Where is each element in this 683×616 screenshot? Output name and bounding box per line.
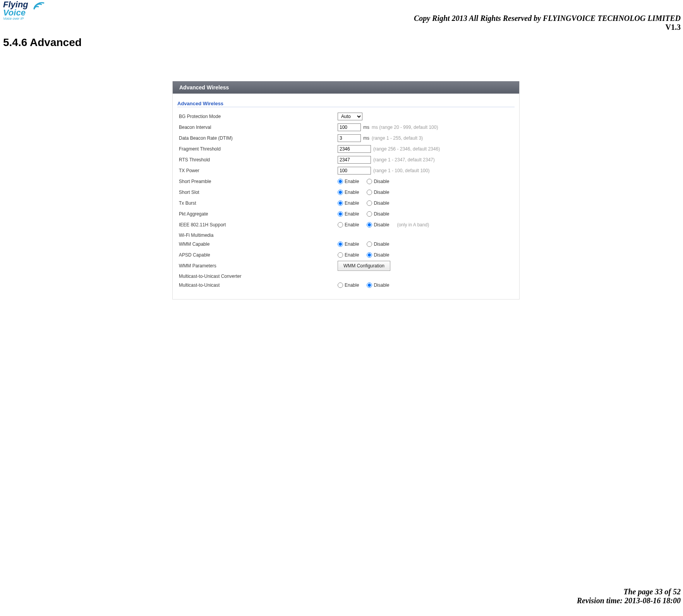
tx-burst-disable-radio[interactable] bbox=[367, 200, 372, 206]
panel-subtitle: Advanced Wireless bbox=[177, 101, 515, 107]
multicast-disable-label: Disable bbox=[374, 282, 389, 288]
multicast-disable-radio[interactable] bbox=[367, 282, 372, 288]
multicast-enable-radio[interactable] bbox=[338, 282, 343, 288]
row-bg-protection: BG Protection Mode Auto bbox=[177, 111, 515, 122]
row-fragment: Fragment Threshold (range 256 - 2346, de… bbox=[177, 144, 515, 154]
row-tx-burst: Tx Burst Enable Disable bbox=[177, 198, 515, 209]
page-footer: The page 33 of 52 Revision time: 2013-08… bbox=[577, 587, 681, 605]
short-slot-disable-radio[interactable] bbox=[367, 190, 372, 195]
fragment-input[interactable] bbox=[338, 145, 371, 153]
short-slot-disable-label: Disable bbox=[374, 190, 389, 195]
bg-protection-select[interactable]: Auto bbox=[338, 113, 362, 120]
label-short-slot: Short Slot bbox=[177, 190, 338, 195]
label-ieee80211h: IEEE 802.11H Support bbox=[177, 222, 338, 228]
row-apsd-capable: APSD Capable Enable Disable bbox=[177, 250, 515, 260]
apsd-capable-enable-label: Enable bbox=[345, 252, 359, 258]
label-beacon-interval: Beacon Interval bbox=[177, 125, 338, 130]
pkt-aggregate-disable-label: Disable bbox=[374, 211, 389, 217]
multicast-enable-label: Enable bbox=[345, 282, 359, 288]
short-preamble-disable-radio[interactable] bbox=[367, 179, 372, 184]
dtim-input[interactable] bbox=[338, 134, 361, 142]
tx-burst-disable-label: Disable bbox=[374, 200, 389, 206]
short-preamble-disable-label: Disable bbox=[374, 179, 389, 184]
row-wmm-capable: WMM Capable Enable Disable bbox=[177, 239, 515, 250]
txpower-hint: (range 1 - 100, default 100) bbox=[373, 168, 429, 173]
wmm-capable-enable-radio[interactable] bbox=[338, 241, 343, 247]
short-slot-enable-radio[interactable] bbox=[338, 190, 343, 195]
multicast-heading: Multicast-to-Unicast Converter bbox=[177, 271, 515, 280]
tx-burst-enable-radio[interactable] bbox=[338, 200, 343, 206]
label-fragment: Fragment Threshold bbox=[177, 146, 338, 152]
form-body: BG Protection Mode Auto Beacon Interval … bbox=[173, 109, 519, 299]
short-preamble-enable-radio[interactable] bbox=[338, 179, 343, 184]
section-heading: 5.4.6 Advanced bbox=[3, 36, 82, 49]
wifi-icon bbox=[33, 1, 45, 12]
label-wmm-parameters: WMM Parameters bbox=[177, 263, 338, 269]
wmm-capable-disable-label: Disable bbox=[374, 241, 389, 247]
row-ieee80211h: IEEE 802.11H Support Enable Disable (onl… bbox=[177, 219, 515, 230]
label-pkt-aggregate: Pkt Aggregate bbox=[177, 211, 338, 217]
label-apsd-capable: APSD Capable bbox=[177, 252, 338, 258]
label-multicast: Multicast-to-Unicast bbox=[177, 282, 338, 288]
rts-input[interactable] bbox=[338, 156, 371, 164]
label-bg-protection: BG Protection Mode bbox=[177, 114, 338, 119]
wmm-capable-disable-radio[interactable] bbox=[367, 241, 372, 247]
footer-revision: Revision time: 2013-08-16 18:00 bbox=[577, 596, 681, 605]
ieee80211h-enable-label: Enable bbox=[345, 222, 359, 228]
row-beacon-interval: Beacon Interval ms ms (range 20 - 999, d… bbox=[177, 122, 515, 133]
wmm-configuration-button[interactable]: WMM Configuration bbox=[338, 261, 390, 271]
page-header-right: Copy Right 2013 All Rights Reserved by F… bbox=[414, 14, 681, 32]
panel-titlebar: Advanced Wireless bbox=[173, 81, 519, 94]
ieee80211h-disable-radio[interactable] bbox=[367, 222, 372, 228]
row-wmm-parameters: WMM Parameters WMM Configuration bbox=[177, 260, 515, 271]
label-tx-burst: Tx Burst bbox=[177, 200, 338, 206]
row-rts: RTS Threshold (range 1 - 2347, default 2… bbox=[177, 154, 515, 165]
label-rts: RTS Threshold bbox=[177, 157, 338, 163]
label-txpower: TX Power bbox=[177, 168, 338, 173]
row-pkt-aggregate: Pkt Aggregate Enable Disable bbox=[177, 209, 515, 219]
short-slot-enable-label: Enable bbox=[345, 190, 359, 195]
pkt-aggregate-disable-radio[interactable] bbox=[367, 211, 372, 217]
wmm-capable-enable-label: Enable bbox=[345, 241, 359, 247]
pkt-aggregate-enable-radio[interactable] bbox=[338, 211, 343, 217]
row-txpower: TX Power (range 1 - 100, default 100) bbox=[177, 165, 515, 176]
short-preamble-enable-label: Enable bbox=[345, 179, 359, 184]
dtim-unit: ms bbox=[363, 135, 369, 141]
row-short-preamble: Short Preamble Enable Disable bbox=[177, 176, 515, 187]
ieee80211h-hint: (only in A band) bbox=[397, 222, 429, 228]
beacon-unit: ms bbox=[363, 125, 369, 130]
footer-page: The page 33 of 52 bbox=[577, 587, 681, 596]
label-short-preamble: Short Preamble bbox=[177, 179, 338, 184]
wifi-multimedia-heading: Wi-Fi Multimedia bbox=[177, 230, 515, 239]
ieee80211h-enable-radio[interactable] bbox=[338, 222, 343, 228]
label-wmm-capable: WMM Capable bbox=[177, 241, 338, 247]
row-multicast: Multicast-to-Unicast Enable Disable bbox=[177, 280, 515, 291]
apsd-capable-disable-label: Disable bbox=[374, 252, 389, 258]
apsd-capable-disable-radio[interactable] bbox=[367, 252, 372, 258]
apsd-capable-enable-radio[interactable] bbox=[338, 252, 343, 258]
rts-hint: (range 1 - 2347, default 2347) bbox=[373, 157, 435, 163]
logo: Flying Voice Voice over IP bbox=[3, 1, 46, 25]
row-dtim: Data Beacon Rate (DTIM) ms (range 1 - 25… bbox=[177, 133, 515, 144]
copyright-text: Copy Right 2013 All Rights Reserved by F… bbox=[414, 14, 681, 23]
row-short-slot: Short Slot Enable Disable bbox=[177, 187, 515, 198]
txpower-input[interactable] bbox=[338, 167, 371, 175]
pkt-aggregate-enable-label: Enable bbox=[345, 211, 359, 217]
label-dtim: Data Beacon Rate (DTIM) bbox=[177, 135, 338, 141]
version-text: V1.3 bbox=[414, 23, 681, 32]
dtim-hint: (range 1 - 255, default 3) bbox=[372, 135, 423, 141]
beacon-hint: ms (range 20 - 999, default 100) bbox=[372, 125, 438, 130]
fragment-hint: (range 256 - 2346, default 2346) bbox=[373, 146, 440, 152]
ieee80211h-disable-label: Disable bbox=[374, 222, 389, 228]
advanced-wireless-panel: Advanced Wireless Advanced Wireless BG P… bbox=[172, 81, 520, 299]
beacon-interval-input[interactable] bbox=[338, 123, 361, 131]
tx-burst-enable-label: Enable bbox=[345, 200, 359, 206]
